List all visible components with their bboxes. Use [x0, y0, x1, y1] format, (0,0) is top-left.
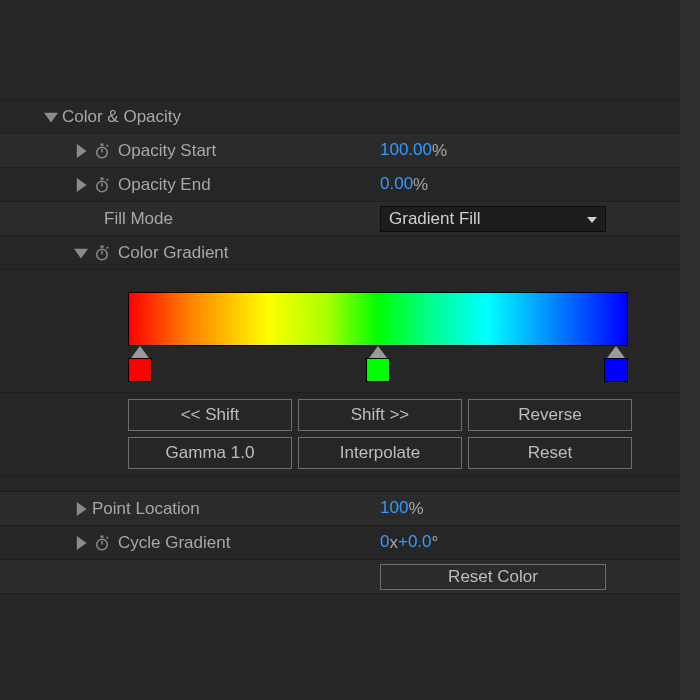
cycle-gradient-sep: x	[389, 533, 398, 553]
opacity-end-row: Opacity End 0.00%	[0, 168, 680, 202]
svg-line-5	[107, 145, 109, 147]
gradient-stop-swatch[interactable]	[128, 358, 152, 382]
cycle-gradient-value[interactable]: 0	[380, 532, 389, 553]
shift-left-button[interactable]: << Shift	[128, 399, 292, 431]
chevron-down-icon[interactable]	[44, 110, 58, 124]
panel-top-spacer	[0, 0, 680, 100]
point-location-unit: %	[408, 499, 423, 519]
effects-panel: Color & Opacity Opacity Start 100.00%	[0, 0, 680, 700]
svg-marker-18	[77, 536, 87, 550]
gamma-button[interactable]: Gamma 1.0	[128, 437, 292, 469]
svg-marker-1	[77, 144, 87, 158]
chevron-right-icon[interactable]	[74, 502, 88, 516]
svg-marker-6	[77, 178, 87, 192]
right-edge-strip	[680, 0, 700, 700]
opacity-start-row: Opacity Start 100.00%	[0, 134, 680, 168]
point-location-value[interactable]: 100	[380, 498, 408, 519]
svg-rect-8	[101, 177, 104, 179]
fill-mode-label: Fill Mode	[104, 209, 173, 229]
reset-color-button[interactable]: Reset Color	[380, 564, 606, 590]
gradient-stop-handle-icon	[131, 346, 149, 358]
cycle-gradient-angle-unit: °	[432, 533, 439, 553]
gradient-stop-handle-icon	[369, 346, 387, 358]
stopwatch-icon[interactable]	[92, 243, 112, 263]
cycle-gradient-row: Cycle Gradient 0x+0.0°	[0, 526, 680, 560]
gradient-stop[interactable]	[604, 346, 628, 382]
chevron-right-icon[interactable]	[74, 144, 88, 158]
svg-marker-12	[74, 248, 88, 258]
gradient-stop[interactable]	[366, 346, 390, 382]
chevron-right-icon[interactable]	[74, 178, 88, 192]
interpolate-button[interactable]: Interpolate	[298, 437, 462, 469]
gradient-stop-handle-icon	[607, 346, 625, 358]
cycle-gradient-label: Cycle Gradient	[118, 533, 230, 553]
svg-rect-20	[101, 535, 104, 537]
gradient-stops-rail[interactable]	[128, 346, 628, 382]
fill-mode-select[interactable]: Gradient Fill	[380, 206, 606, 232]
reset-button[interactable]: Reset	[468, 437, 632, 469]
reset-color-row: Reset Color	[0, 560, 680, 594]
svg-marker-11	[587, 217, 597, 223]
svg-rect-3	[101, 143, 104, 145]
stopwatch-icon[interactable]	[92, 141, 112, 161]
chevron-down-icon[interactable]	[74, 246, 88, 260]
point-location-label: Point Location	[92, 499, 200, 519]
gradient-stop-swatch[interactable]	[604, 358, 628, 382]
section-title: Color & Opacity	[62, 107, 181, 127]
opacity-end-label: Opacity End	[118, 175, 211, 195]
fill-mode-row: Fill Mode Gradient Fill	[0, 202, 680, 236]
section-header-row: Color & Opacity	[0, 100, 680, 134]
fill-mode-value: Gradient Fill	[389, 209, 481, 229]
gradient-editor	[0, 270, 680, 393]
gradient-stop[interactable]	[128, 346, 152, 382]
spacer-row	[0, 476, 680, 492]
color-gradient-label: Color Gradient	[118, 243, 229, 263]
chevron-down-icon	[587, 212, 597, 226]
cycle-gradient-angle[interactable]: +0.0	[398, 532, 432, 553]
reverse-button[interactable]: Reverse	[468, 399, 632, 431]
color-gradient-row: Color Gradient	[0, 236, 680, 270]
opacity-start-unit: %	[432, 141, 447, 161]
gradient-bar[interactable]	[128, 292, 628, 346]
gradient-buttons-row: << Shift Shift >> Reverse Gamma 1.0 Inte…	[0, 393, 680, 476]
gradient-stop-swatch[interactable]	[366, 358, 390, 382]
opacity-start-label: Opacity Start	[118, 141, 216, 161]
svg-line-16	[107, 247, 109, 249]
point-location-row: Point Location 100%	[0, 492, 680, 526]
chevron-right-icon[interactable]	[74, 536, 88, 550]
shift-right-button[interactable]: Shift >>	[298, 399, 462, 431]
svg-line-10	[107, 179, 109, 181]
opacity-start-value[interactable]: 100.00	[380, 140, 432, 161]
svg-marker-0	[44, 112, 58, 122]
opacity-end-value[interactable]: 0.00	[380, 174, 413, 195]
svg-line-22	[107, 537, 109, 539]
svg-marker-17	[77, 502, 87, 516]
stopwatch-icon[interactable]	[92, 175, 112, 195]
svg-rect-14	[101, 245, 104, 247]
stopwatch-icon[interactable]	[92, 533, 112, 553]
opacity-end-unit: %	[413, 175, 428, 195]
